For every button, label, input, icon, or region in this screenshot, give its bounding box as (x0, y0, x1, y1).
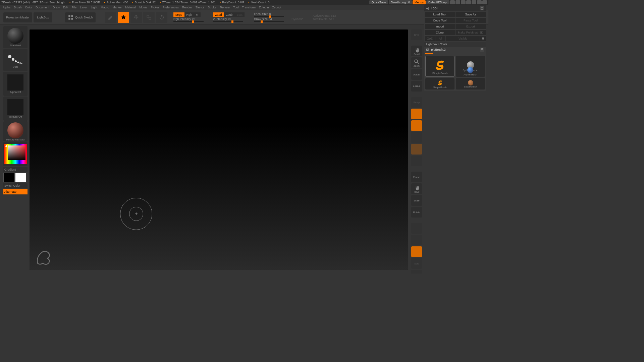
menus-toggle[interactable]: Menus (413, 0, 426, 4)
solo-button[interactable]: Solo (411, 258, 422, 269)
actual-button[interactable]: Actual (411, 69, 422, 80)
menu-zplugin[interactable]: Zplugin (259, 6, 269, 9)
import-button[interactable]: Import (425, 24, 455, 29)
persp-button[interactable]: Persp (411, 97, 422, 108)
paste-tool-button[interactable]: Paste Tool (455, 18, 486, 23)
nav-move-button[interactable]: Move (411, 183, 422, 194)
maximize-icon[interactable] (477, 0, 482, 4)
frame-button[interactable]: Frame (411, 172, 422, 182)
bpr-button[interactable]: BPR (411, 29, 422, 40)
load-tool-button[interactable]: Load Tool (425, 12, 455, 17)
polyf-button[interactable] (411, 144, 422, 155)
rgb-mode[interactable]: Rgb (184, 12, 194, 17)
primary-color-swatch[interactable] (15, 173, 26, 182)
goz-r-button[interactable]: R (480, 36, 486, 41)
rotate-button[interactable] (156, 12, 167, 23)
local-button[interactable] (411, 120, 422, 131)
window-icon-1[interactable] (450, 0, 455, 4)
zsub-mode[interactable]: Zsub (224, 12, 235, 17)
m-mode[interactable]: M (194, 12, 201, 17)
floor-button[interactable] (411, 109, 422, 119)
menu-brush[interactable]: Brush (14, 6, 22, 9)
stroke-selector[interactable]: Dots (3, 49, 28, 71)
make-polymesh-button[interactable]: Make PolyMesh3D (455, 30, 486, 35)
color-picker[interactable] (3, 142, 28, 166)
goz-visible-button[interactable]: Visible (446, 36, 480, 41)
material-selector[interactable]: MatCap Red Wax (3, 121, 28, 141)
tool-thumb-simplebrush[interactable]: SimpleBrush (425, 56, 454, 77)
dynamic-label[interactable]: Dynamic (291, 17, 303, 21)
quicksave-button[interactable]: QuickSave (369, 0, 388, 4)
scroll-button[interactable]: Scroll (411, 46, 422, 56)
menu-movie[interactable]: Movie (139, 6, 147, 9)
draw-button[interactable] (118, 12, 129, 23)
menu-texture[interactable]: Texture (220, 6, 230, 9)
window-icon-2[interactable] (455, 0, 460, 4)
menu-stroke[interactable]: Stroke (208, 6, 216, 9)
minimize-icon[interactable] (472, 0, 476, 4)
default-script[interactable]: DefaultZScript (426, 0, 449, 4)
menu-file[interactable]: File (72, 6, 77, 9)
window-icon-3[interactable] (461, 0, 466, 4)
gradient-toggle[interactable]: Gradient (3, 167, 28, 172)
menu-material[interactable]: Material (125, 6, 136, 9)
nav-rotate-button[interactable]: Rotate (411, 207, 422, 218)
window-icon-4[interactable] (466, 0, 471, 4)
tool-thumb-spherebrush[interactable]: SphereBrush AlphaBrush (456, 56, 485, 77)
menu-edit[interactable]: Edit (63, 6, 68, 9)
zoom-button[interactable]: Zoom (411, 57, 422, 68)
ghost-button[interactable] (411, 235, 422, 245)
edit-button[interactable] (105, 12, 116, 23)
zadd-mode[interactable]: Zadd (213, 12, 224, 17)
copy-tool-button[interactable]: Copy Tool (425, 18, 455, 23)
export-button[interactable]: Export (455, 24, 486, 29)
texture-selector[interactable]: Texture Off (3, 97, 28, 121)
z-intensity-slider[interactable] (213, 21, 243, 22)
menu-draw[interactable]: Draw (53, 6, 60, 9)
scale-button[interactable] (143, 12, 155, 23)
zcut-mode[interactable]: Zcut (235, 12, 245, 17)
menu-transform[interactable]: Transform (242, 6, 256, 9)
brush-selector[interactable]: Standard (3, 26, 28, 48)
menu-render[interactable]: Render (182, 6, 192, 9)
clone-button[interactable]: Clone (425, 30, 455, 35)
draw-size-slider[interactable] (254, 21, 284, 22)
lightbox-tools-link[interactable]: Lightbox › Tools (424, 42, 486, 47)
focal-shift-slider[interactable] (254, 16, 284, 17)
seethrough-slider[interactable]: See-through 0 (389, 0, 412, 4)
solo-dynamic-button[interactable] (411, 246, 422, 257)
goz-button[interactable]: GoZ (425, 36, 435, 41)
goz-all-button[interactable]: All (435, 36, 445, 41)
menu-macro[interactable]: Macro (101, 6, 109, 9)
tool-thumb-simplebrush-sm[interactable]: SimpleBrush (425, 78, 454, 89)
alternate-button[interactable]: Alternate (3, 189, 28, 194)
polyf2-button[interactable] (411, 156, 422, 166)
tool-panel-header[interactable]: ◀ Tool ⊡ (424, 5, 486, 11)
save-as-button[interactable]: Save As (455, 12, 486, 17)
lightbox-button[interactable]: LightBox (34, 12, 52, 22)
menu-zscript[interactable]: Zscript (272, 6, 281, 9)
xpose-button[interactable] (411, 223, 422, 234)
menu-alpha[interactable]: Alpha (3, 6, 10, 9)
menu-preferences[interactable]: Preferences (162, 6, 179, 9)
switchcolor-button[interactable]: SwitchColor (3, 183, 28, 188)
menu-color[interactable]: Color (25, 6, 33, 9)
secondary-color-swatch[interactable] (3, 173, 14, 182)
menu-layer[interactable]: Layer (80, 6, 88, 9)
tool-slider[interactable] (425, 53, 433, 54)
menu-document[interactable]: Document (36, 6, 49, 9)
move-button[interactable] (130, 12, 142, 23)
tool-r-button[interactable]: R (480, 48, 484, 52)
mrgb-mode[interactable]: Mrgb (173, 12, 184, 17)
menu-light[interactable]: Light (91, 6, 98, 9)
menu-stencil[interactable]: Stencil (195, 6, 204, 9)
aahalf-button[interactable]: AAHalf (411, 81, 422, 92)
menu-picker[interactable]: Picker (151, 6, 159, 9)
extra-button[interactable] (411, 270, 422, 274)
rgb-intensity-slider[interactable] (173, 21, 204, 22)
menu-marker[interactable]: Marker (112, 6, 122, 9)
lasso-button[interactable] (411, 132, 422, 143)
tool-thumb-eraserbrush[interactable]: EraserBrush (456, 78, 485, 89)
quick-sketch-button[interactable]: Quick Sketch (65, 12, 96, 22)
alpha-selector[interactable]: Alpha Off (3, 72, 28, 96)
